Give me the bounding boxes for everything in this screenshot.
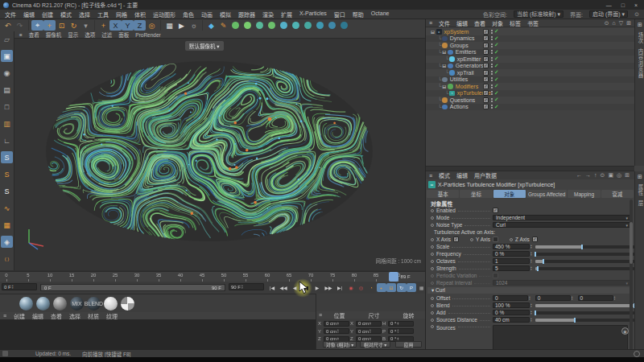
Strength-slider[interactable] <box>535 267 634 270</box>
stepper-arrows[interactable]: ▴▾ <box>530 318 532 322</box>
anim-dot-icon[interactable] <box>431 325 434 328</box>
tree-item-xpTrail[interactable]: └xpTrail✓✓ <box>426 69 634 76</box>
menu-item-13[interactable]: 渲染 <box>262 10 274 19</box>
stepper-arrows[interactable]: ▴▾ <box>530 259 532 263</box>
menu-item-17[interactable]: 帮助 <box>353 10 364 19</box>
search-icon[interactable]: ⊙ <box>634 11 639 18</box>
coordinate-system[interactable]: ◎ <box>146 20 158 31</box>
panel-icon[interactable]: ⊞ <box>626 20 631 27</box>
record-parameter-toggle[interactable]: P <box>407 283 416 292</box>
move-tool[interactable]: + <box>43 20 56 31</box>
snap-grid[interactable]: ▦ <box>1 219 13 231</box>
menu-item-12[interactable]: 跟踪器 <box>238 10 255 19</box>
home-icon[interactable]: ⌂ <box>613 20 616 27</box>
hamburger-icon[interactable]: ≡ <box>19 32 23 38</box>
tab-Mapping[interactable]: Mapping <box>568 190 600 198</box>
Blend-slider[interactable] <box>535 304 634 307</box>
am-menu-2[interactable]: 用户数据 <box>474 171 497 179</box>
side-tab-1[interactable]: 内容浏览器 <box>636 48 644 79</box>
enable-checkbox[interactable]: ✓ <box>483 84 489 89</box>
enable-axis[interactable]: ∟ <box>1 134 13 146</box>
stepper-arrows[interactable]: ▴▾ <box>337 329 339 333</box>
material-sphere[interactable] <box>104 297 118 311</box>
material-sphere[interactable] <box>19 297 33 311</box>
autokeying-button[interactable]: ◎ <box>357 283 366 292</box>
stepper-arrows[interactable]: ▴▾ <box>530 303 532 307</box>
add-object[interactable]: + <box>97 20 109 31</box>
panel-splitter[interactable] <box>426 166 634 171</box>
visibility-dots[interactable] <box>491 50 493 54</box>
hamburger-icon[interactable]: ≡ <box>3 313 6 319</box>
anim-dot-icon[interactable] <box>431 260 434 263</box>
tree-item-Emitters[interactable]: └⊟Emitters✓✓ <box>426 49 634 56</box>
menu-item-5[interactable]: 工具 <box>97 10 109 19</box>
visibility-dots[interactable] <box>491 43 493 47</box>
undo[interactable]: ↶ <box>2 20 14 31</box>
octane-cube[interactable]: ◆ <box>205 20 217 31</box>
lock-icon[interactable]: ▣ <box>608 172 613 179</box>
menu-item-15[interactable]: X-Particles <box>299 10 327 19</box>
material-menu-2[interactable]: 查看 <box>51 312 62 320</box>
menu-item-18[interactable]: Octane <box>371 10 390 19</box>
enable-checkbox[interactable]: ✓ <box>483 97 489 103</box>
lock-z-axis[interactable]: Z <box>134 20 146 31</box>
enable-checkbox[interactable]: ✓ <box>483 49 489 55</box>
focus-icon[interactable]: ◎ <box>617 172 621 179</box>
frame-start-field[interactable]: 0 F▴▾ <box>2 283 37 290</box>
lock-x-axis[interactable]: X <box>109 20 122 31</box>
viewport-solo-single[interactable]: S <box>1 168 13 180</box>
attribute-scrollbar[interactable] <box>630 200 633 356</box>
stepper-arrows[interactable]: ▴▾ <box>530 266 532 270</box>
menu-item-6[interactable]: 网格 <box>116 10 127 19</box>
panel-icon[interactable]: ⊞ <box>638 22 642 28</box>
coord-mode-dropdown[interactable]: 对象 (相对) ▾ <box>323 341 357 348</box>
menu-item-7[interactable]: 体积 <box>134 10 146 19</box>
material-sphere[interactable] <box>36 297 50 311</box>
record-position-toggle[interactable]: + <box>377 283 386 292</box>
visibility-dots[interactable] <box>491 57 493 61</box>
material-blend[interactable]: BLEND <box>87 297 101 311</box>
enable-checkbox[interactable]: ✓ <box>483 29 489 35</box>
hamburger-icon[interactable]: ≡ <box>429 173 432 179</box>
picker-icon[interactable]: ◉ <box>621 327 629 335</box>
xp-question-icon[interactable] <box>266 20 278 31</box>
Octaves-slider[interactable] <box>535 260 634 263</box>
visibility-dots[interactable] <box>491 91 493 95</box>
slider-handle[interactable] <box>537 266 539 271</box>
frame-range-bar[interactable]: 0 F90 F <box>40 284 225 291</box>
Offset-value-1[interactable]: 0 <box>535 295 571 301</box>
om-menu-5[interactable]: 书签 <box>527 19 539 27</box>
material-menu-3[interactable]: 选择 <box>69 312 80 320</box>
visibility-dots[interactable] <box>491 30 493 34</box>
am-side-tab-1[interactable]: 层 <box>636 200 644 207</box>
anim-dot-icon[interactable] <box>431 245 434 249</box>
om-menu-1[interactable]: 编辑 <box>456 19 468 27</box>
am-side-tab-0[interactable]: 属性 <box>636 184 644 196</box>
am-menu-0[interactable]: 模式 <box>439 171 450 179</box>
enable-checkbox[interactable]: ✓ <box>483 63 489 68</box>
live-selection[interactable]: ⌖ <box>31 20 43 31</box>
side-tab-0[interactable]: 场次 <box>636 32 644 44</box>
om-menu-0[interactable]: 文件 <box>439 19 450 27</box>
anim-dot-icon[interactable] <box>431 274 434 278</box>
rotate-tool[interactable]: ↻ <box>68 20 80 31</box>
tree-item-Actions[interactable]: └Actions✓✓ <box>426 104 634 111</box>
colorspace-select[interactable]: 当前 (标准映射) ▾ <box>514 10 564 18</box>
slider-handle[interactable] <box>543 259 544 264</box>
tree-item-Generators[interactable]: └⊟Generators✓✓ <box>426 63 634 70</box>
material-menu-0[interactable]: 创建 <box>14 312 25 320</box>
stepper-arrows[interactable]: ▴▾ <box>530 245 532 249</box>
Enabled-checkbox[interactable]: ✓ <box>493 208 498 213</box>
viewport[interactable]: 默认摄像机 ▾ 网格间距 : 1000 cm <box>14 38 425 270</box>
om-menu-2[interactable]: 查看 <box>474 19 485 27</box>
anim-dot-icon[interactable] <box>431 297 434 300</box>
menu-item-4[interactable]: 选择 <box>79 10 90 19</box>
Y Axis-checkbox[interactable] <box>493 237 498 242</box>
minimize-button[interactable]: — <box>606 2 612 8</box>
menu-item-0[interactable]: 文件 <box>5 10 16 19</box>
anim-dot-icon[interactable] <box>431 282 434 285</box>
slider-handle[interactable] <box>535 311 536 315</box>
Mode-dropdown[interactable]: Independent▾ <box>493 215 631 220</box>
lock-y-axis[interactable]: Y <box>122 20 134 31</box>
enable-checkbox[interactable]: ✓ <box>483 104 489 109</box>
